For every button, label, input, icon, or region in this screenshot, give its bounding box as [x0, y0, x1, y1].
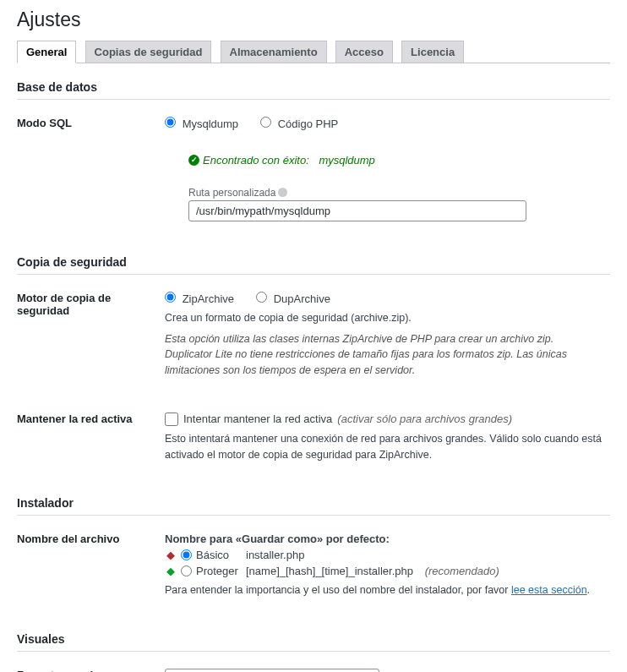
section-visuals-heading: Visuales [17, 615, 610, 652]
radio-zip-text: ZipArchive [183, 292, 234, 305]
radio-dup-label[interactable]: DupArchive [256, 292, 330, 305]
footnote-suffix: . [587, 584, 590, 596]
footnote-prefix: Para entender la importancia y el uso de… [165, 584, 511, 596]
section-backup-heading: Copia de seguridad [17, 238, 610, 275]
basic-label: Básico [196, 549, 242, 561]
format-select[interactable]: Y-m-d H:i [2000-01-05 12:00] [165, 669, 379, 672]
radio-ziparchive[interactable] [165, 292, 176, 303]
radio-php-text: Código PHP [278, 117, 339, 130]
tab-access[interactable]: Acceso [335, 41, 393, 63]
radio-protect[interactable] [181, 565, 192, 576]
engine-desc1: Crea un formato de copia de seguridad (a… [165, 310, 602, 326]
tab-storage[interactable]: Almacenamiento [221, 41, 327, 63]
radio-php-label[interactable]: Código PHP [260, 117, 338, 130]
section-database-heading: Base de datos [17, 63, 610, 100]
radio-zip-label[interactable]: ZipArchive [165, 292, 234, 305]
keepalive-label: Mantener la red activa [17, 396, 165, 480]
installer-footnote: Para entender la importancia y el uso de… [165, 582, 602, 598]
radio-mysqldump[interactable] [165, 117, 176, 128]
section-installer-heading: Instalador [17, 479, 610, 516]
shield-icon: ◆ [165, 565, 177, 577]
keepalive-checkbox-text: Intentar mantener la red activa [183, 412, 332, 425]
radio-basic[interactable] [181, 549, 192, 560]
tab-backups[interactable]: Copias de seguridad [85, 41, 212, 63]
success-message: ✓ Encontrado con éxito: mysqldump [188, 154, 602, 167]
tab-general[interactable]: General [17, 41, 76, 63]
saveas-label: Nombre para «Guardar como» por defecto: [165, 533, 602, 545]
help-icon[interactable] [278, 188, 287, 197]
success-value: mysqldump [319, 154, 374, 167]
page-title: Ajustes [17, 0, 610, 36]
protect-label: Proteger [196, 565, 242, 577]
keepalive-desc: Esto intentará mantener una conexión de … [165, 431, 602, 463]
success-prefix: Encontrado con éxito: [203, 154, 309, 167]
read-section-link[interactable]: lee esta sección [511, 584, 587, 596]
radio-duparchive[interactable] [256, 292, 267, 303]
engine-desc2: Esta opción utiliza las clases internas … [165, 331, 602, 379]
custom-path-label: Ruta personalizada [188, 187, 275, 199]
custom-path-input[interactable] [188, 200, 526, 221]
sql-mode-label: Modo SQL [17, 100, 165, 238]
protect-recommended: (recomendado) [425, 565, 499, 577]
tab-license[interactable]: Licencia [401, 41, 464, 63]
radio-dup-text: DupArchive [274, 292, 330, 305]
tabs-nav: General Copias de seguridad Almacenamien… [17, 36, 610, 63]
keepalive-paren: (activar sólo para archivos grandes) [337, 412, 512, 425]
basic-value: installer.php [246, 549, 304, 561]
radio-mysqldump-text: Mysqldump [183, 117, 238, 130]
protect-value: [name]_[hash]_[time]_installer.php [246, 565, 413, 577]
keepalive-checkbox[interactable] [165, 412, 178, 426]
radio-php[interactable] [260, 117, 271, 128]
format-label: Formato creado [17, 652, 165, 672]
filename-label: Nombre del archivo [17, 516, 165, 615]
check-circle-icon: ✓ [188, 155, 199, 166]
radio-mysqldump-label[interactable]: Mysqldump [165, 117, 238, 130]
engine-label: Motor de copia de seguridad [17, 275, 165, 396]
shield-icon: ◆ [165, 549, 177, 561]
